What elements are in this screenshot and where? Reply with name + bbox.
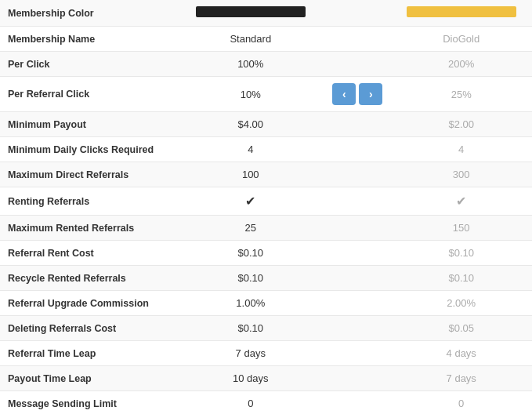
comparison-container: Membership ColorMembership NameStandardD…: [0, 0, 532, 414]
row-label: Membership Name: [0, 27, 176, 52]
diogold-value: 300: [390, 162, 532, 187]
standard-value: $4.00: [176, 112, 324, 137]
nav-cell: [324, 341, 390, 366]
check-icon: ✔: [245, 194, 255, 208]
standard-value: 10%: [176, 77, 324, 112]
standard-value: 4: [176, 137, 324, 162]
standard-value: $0.10: [176, 316, 324, 341]
nav-cell: [324, 291, 390, 316]
nav-cell: [324, 241, 390, 266]
row-label: Payout Time Leap: [0, 366, 176, 391]
nav-cell: [324, 0, 390, 27]
diogold-value: 4: [390, 137, 532, 162]
diogold-value: 4 days: [390, 341, 532, 366]
nav-cell: [324, 391, 390, 415]
diogold-value: ✔: [390, 187, 532, 216]
row-label: Renting Referrals: [0, 187, 176, 216]
check-dim-icon: ✔: [456, 194, 466, 208]
diogold-value: 200%: [390, 52, 532, 77]
nav-cell: [324, 52, 390, 77]
standard-value: 1.00%: [176, 291, 324, 316]
nav-cell: [324, 27, 390, 52]
standard-value: 25: [176, 216, 324, 241]
row-label: Referral Upgrade Commission: [0, 291, 176, 316]
row-label: Per Referral Click: [0, 77, 176, 112]
nav-cell: [324, 137, 390, 162]
diogold-value: $0.10: [390, 266, 532, 291]
row-label: Recycle Rented Referrals: [0, 266, 176, 291]
standard-value: 10 days: [176, 366, 324, 391]
standard-value: 0: [176, 391, 324, 415]
standard-value: 7 days: [176, 341, 324, 366]
standard-value: 100: [176, 162, 324, 187]
nav-cell: [324, 162, 390, 187]
row-label: Minimum Payout: [0, 112, 176, 137]
diogold-value: 7 days: [390, 366, 532, 391]
row-label: Maximum Rented Referrals: [0, 216, 176, 241]
standard-value: 100%: [176, 52, 324, 77]
standard-value: Standard: [176, 27, 324, 52]
standard-value: $0.10: [176, 266, 324, 291]
membership-comparison-table: Membership ColorMembership NameStandardD…: [0, 0, 532, 414]
diogold-value: [390, 0, 532, 27]
standard-value: ✔: [176, 187, 324, 216]
standard-value: [176, 0, 324, 27]
diogold-value: $2.00: [390, 112, 532, 137]
row-label: Membership Color: [0, 0, 176, 27]
diogold-value: 2.00%: [390, 291, 532, 316]
nav-cell: [324, 216, 390, 241]
nav-cell: [324, 366, 390, 391]
diogold-value: $0.05: [390, 316, 532, 341]
row-label: Deleting Referrals Cost: [0, 316, 176, 341]
nav-cell: [324, 112, 390, 137]
membership-color-standard: [196, 6, 306, 17]
standard-value: $0.10: [176, 241, 324, 266]
diogold-value: $0.10: [390, 241, 532, 266]
prev-button[interactable]: ‹: [332, 83, 356, 105]
row-label: Referral Time Leap: [0, 341, 176, 366]
nav-cell: ‹ ›: [324, 77, 390, 112]
nav-cell: [324, 187, 390, 216]
diogold-value: 0: [390, 391, 532, 415]
row-label: Minimum Daily Clicks Required: [0, 137, 176, 162]
nav-buttons: ‹ ›: [332, 83, 382, 105]
row-label: Per Click: [0, 52, 176, 77]
diogold-value: DioGold: [390, 27, 532, 52]
membership-color-diogold: [407, 6, 516, 17]
nav-cell: [324, 266, 390, 291]
diogold-value: 25%: [390, 77, 532, 112]
row-label: Maximum Direct Referrals: [0, 162, 176, 187]
nav-cell: [324, 316, 390, 341]
next-button[interactable]: ›: [359, 83, 382, 105]
row-label: Referral Rent Cost: [0, 241, 176, 266]
diogold-value: 150: [390, 216, 532, 241]
row-label: Message Sending Limit: [0, 391, 176, 415]
